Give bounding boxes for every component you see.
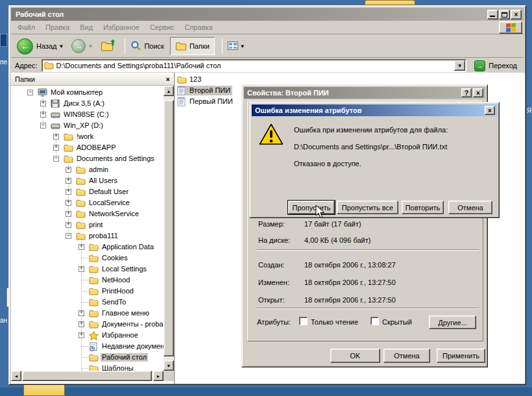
menu-item-4[interactable]: Сервис [145, 21, 180, 33]
file-item-hit[interactable]: 123 [177, 75, 203, 84]
tree-item[interactable]: Шаблоны [11, 363, 163, 371]
tree-item[interactable]: +WIN98SE (C:) [11, 109, 163, 120]
other-attributes-button[interactable]: Другие... [429, 316, 476, 329]
menu-item-5[interactable]: Справка [180, 21, 218, 33]
tree-item[interactable]: Рабочий стол [11, 352, 163, 363]
ok-button[interactable]: OK [330, 349, 380, 363]
apply-button[interactable]: Применить [437, 349, 485, 363]
scroll-right-icon[interactable]: ► [153, 371, 163, 381]
properties-title-bar[interactable]: Свойства: Второй ПИИ ? × [244, 87, 485, 99]
minimize-button[interactable] [487, 10, 498, 19]
file-item[interactable]: 123 [177, 74, 203, 84]
expand-icon[interactable]: + [66, 167, 71, 173]
expand-icon[interactable]: + [79, 321, 84, 327]
title-bar[interactable]: Рабочий стол × [11, 8, 524, 21]
collapse-icon[interactable]: − [40, 123, 46, 129]
cancel-button[interactable]: Отмена [448, 201, 492, 214]
partial-folder-icon[interactable] [365, 0, 415, 5]
collapse-icon[interactable]: − [66, 233, 71, 239]
go-button[interactable]: → Переход [472, 58, 520, 73]
tree-item[interactable]: NetHood [11, 275, 163, 286]
address-input[interactable]: D:\Documents and Settings\proba111\Рабоч… [42, 59, 467, 72]
close-button[interactable]: × [473, 88, 483, 97]
scroll-thumb[interactable] [22, 371, 152, 381]
tree-item[interactable]: +Документы - proba111 [11, 319, 163, 330]
expand-icon[interactable]: + [53, 145, 59, 151]
tree-item[interactable]: −proba111 [11, 230, 163, 241]
tree-item[interactable]: Cookies [11, 253, 163, 264]
expand-icon[interactable]: + [66, 211, 71, 217]
tree-horizontal-scrollbar[interactable]: ◄ ► [11, 371, 163, 381]
expand-icon[interactable]: + [40, 101, 46, 106]
close-button[interactable]: × [485, 106, 495, 115]
menu-item-0[interactable]: Файл [12, 21, 40, 33]
collapse-icon[interactable]: − [53, 156, 59, 162]
menu-item-3[interactable]: Избранное [98, 21, 145, 33]
tree-item[interactable]: −Мой компьютер [11, 87, 163, 98]
tree-item[interactable]: SendTo [11, 297, 163, 308]
partial-desktop-icon[interactable] [0, 34, 7, 47]
menu-item-1[interactable]: Правка [40, 21, 75, 33]
search-button[interactable]: Поиск [128, 36, 165, 56]
tree-item[interactable]: +ADOBEAPP [11, 142, 163, 153]
expand-icon[interactable]: + [79, 310, 84, 316]
tree-item[interactable]: −Win_XP (D:) [11, 120, 163, 131]
views-dropdown-icon[interactable]: ▼ [240, 43, 245, 49]
tree-item[interactable]: +admin [11, 164, 163, 175]
tree-item[interactable]: +NetworkService [11, 208, 163, 219]
file-item[interactable]: Второй ПИИ [177, 85, 232, 95]
close-button[interactable]: × [511, 10, 522, 19]
tree-item[interactable]: +Главное меню [11, 308, 163, 319]
forward-button[interactable]: → ▼ [69, 36, 95, 56]
tree-item[interactable]: +Default User [11, 186, 163, 197]
tree-item[interactable]: Недавние документы [11, 341, 163, 352]
expand-icon[interactable]: + [66, 178, 71, 184]
expand-icon[interactable]: + [66, 200, 71, 206]
readonly-checkbox[interactable] [299, 317, 308, 325]
tree-item[interactable]: +print [11, 219, 163, 230]
tree-item[interactable]: +All Users [11, 175, 163, 186]
expand-icon[interactable]: + [66, 222, 71, 228]
tree-item[interactable]: PrintHood [11, 286, 163, 297]
maximize-button[interactable] [499, 10, 510, 19]
back-dropdown-icon[interactable]: ▼ [59, 43, 64, 49]
views-button[interactable]: ▼ [226, 36, 247, 56]
collapse-icon[interactable]: − [27, 90, 33, 95]
tree-item[interactable]: +Избранное [11, 330, 163, 341]
menu-item-2[interactable]: Вид [75, 21, 98, 33]
scroll-down-icon[interactable]: ▼ [163, 360, 174, 371]
folders-button[interactable]: Папки [170, 37, 215, 55]
help-button[interactable]: ? [461, 88, 472, 97]
back-button[interactable]: ← Назад ▼ [15, 36, 66, 56]
scroll-up-icon[interactable]: ▲ [163, 86, 174, 96]
tree-item[interactable]: +Application Data [11, 241, 163, 253]
expand-icon[interactable]: + [53, 134, 59, 140]
expand-icon[interactable]: + [66, 189, 71, 195]
scroll-thumb[interactable] [163, 100, 174, 356]
skip-all-button[interactable]: Пропустить все [337, 201, 398, 214]
skip-button[interactable]: Пропустить [288, 201, 335, 214]
file-item-hit[interactable]: Первый ПИИ [177, 97, 235, 106]
tree-item[interactable]: −Documents and Settings [11, 153, 163, 164]
expand-icon[interactable]: + [40, 112, 46, 118]
file-item[interactable]: Первый ПИИ [177, 96, 235, 106]
scroll-left-icon[interactable]: ◄ [11, 371, 21, 381]
tree-vertical-scrollbar[interactable]: ▲ ▼ [163, 86, 174, 371]
tree-item[interactable]: +LocalService [11, 197, 163, 208]
folders-panel-close-icon[interactable]: × [166, 75, 170, 83]
forward-dropdown-icon[interactable]: ▼ [88, 43, 93, 49]
expand-icon[interactable]: + [79, 244, 84, 250]
file-item-hit[interactable]: Второй ПИИ [177, 86, 232, 95]
cancel-button[interactable]: Отмена [383, 349, 430, 363]
error-title-bar[interactable]: Ошибка изменения атрибутов × [252, 105, 497, 116]
tree-item[interactable]: +!work [11, 131, 163, 142]
up-button[interactable]: ⬆ [99, 36, 117, 56]
expand-icon[interactable]: + [79, 266, 84, 272]
retry-button[interactable]: Повторить [402, 201, 444, 214]
hidden-checkbox[interactable] [370, 317, 379, 325]
expand-icon[interactable]: + [79, 332, 84, 338]
tree-item[interactable]: +Диск 3,5 (A:) [11, 98, 163, 109]
address-dropdown-button[interactable]: ▼ [454, 60, 465, 71]
tree-item[interactable]: +Local Settings [11, 264, 163, 275]
folder-icon [64, 132, 74, 142]
